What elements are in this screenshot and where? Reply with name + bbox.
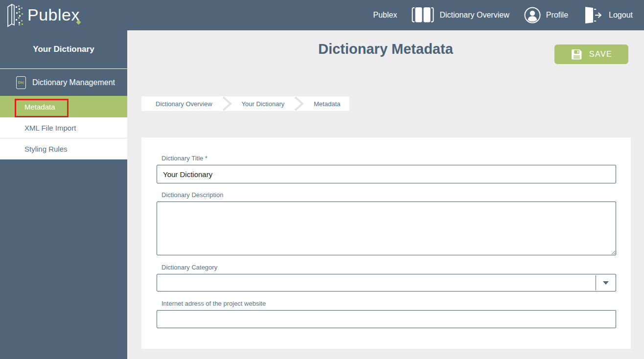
navbar-menu: Publex Dictionary Overview Profile: [366, 0, 640, 30]
sidebar: Your Dictionary Dic Dictionary Managemen…: [0, 30, 127, 359]
select-divider: [596, 275, 596, 290]
logout-icon: [583, 6, 603, 24]
chevron-right-icon: [294, 96, 304, 111]
save-button[interactable]: SAVE: [554, 45, 628, 64]
dictionary-book-icon-text: Dic: [18, 80, 24, 85]
nav-item-dictionary-overview[interactable]: Dictionary Overview: [404, 0, 516, 30]
open-book-icon: [412, 7, 434, 23]
metadata-form-card: Dictionary Title * Dictionary Descriptio…: [141, 137, 631, 349]
sidebar-item-styling-rules[interactable]: Styling Rules: [0, 138, 127, 159]
app-logo[interactable]: Publex: [4, 2, 80, 28]
dictionary-book-icon: Dic: [16, 76, 26, 89]
website-url-input[interactable]: [157, 310, 616, 328]
floppy-disk-icon: [571, 48, 583, 61]
dictionary-description-label: Dictionary Description: [161, 191, 616, 199]
logo-book-icon: [4, 2, 27, 28]
sidebar-item-label: XML File Import: [24, 124, 76, 132]
nav-item-label: Dictionary Overview: [439, 11, 509, 20]
nav-item-label: Profile: [546, 11, 568, 20]
breadcrumb-item-your-dictionary[interactable]: Your Dictionary: [232, 96, 294, 111]
sidebar-item-dictionary-management[interactable]: Dic Dictionary Management: [0, 69, 127, 96]
nav-item-label: Publex: [373, 11, 397, 20]
sidebar-item-label: Dictionary Management: [32, 78, 115, 87]
top-navbar: Publex Publex Dictionary Overview Profil…: [0, 0, 644, 30]
nav-item-publex[interactable]: Publex: [366, 0, 405, 30]
save-button-label: SAVE: [589, 50, 613, 59]
profile-icon: [524, 7, 541, 23]
breadcrumb-item-dictionary-overview[interactable]: Dictionary Overview: [141, 96, 222, 111]
website-url-label: Internet adress of the project website: [161, 300, 616, 307]
nav-item-label: Logout: [609, 11, 633, 20]
dictionary-description-textarea[interactable]: [157, 202, 616, 255]
dictionary-category-select[interactable]: [157, 274, 616, 292]
sidebar-item-label: Styling Rules: [24, 145, 68, 153]
dictionary-title-input[interactable]: [157, 165, 616, 183]
sidebar-dictionary-title: Your Dictionary: [0, 30, 127, 69]
breadcrumb-item-metadata[interactable]: Metadata: [304, 96, 349, 111]
nav-item-profile[interactable]: Profile: [517, 0, 575, 30]
sidebar-item-metadata[interactable]: Metadata: [0, 96, 127, 117]
chevron-down-icon: [603, 281, 609, 285]
breadcrumb: Dictionary Overview Your Dictionary Meta…: [141, 96, 349, 111]
sidebar-item-label: Metadata: [24, 103, 55, 111]
main-content: Dictionary Metadata SAVE Dictionary Over…: [127, 30, 644, 359]
sidebar-item-xml-file-import[interactable]: XML File Import: [0, 117, 127, 138]
chevron-right-icon: [222, 96, 232, 111]
nav-item-logout[interactable]: Logout: [575, 0, 640, 30]
dictionary-category-label: Dictionary Category: [161, 264, 616, 271]
logo-text: Publex: [27, 2, 80, 27]
dictionary-title-label: Dictionary Title *: [161, 155, 616, 162]
